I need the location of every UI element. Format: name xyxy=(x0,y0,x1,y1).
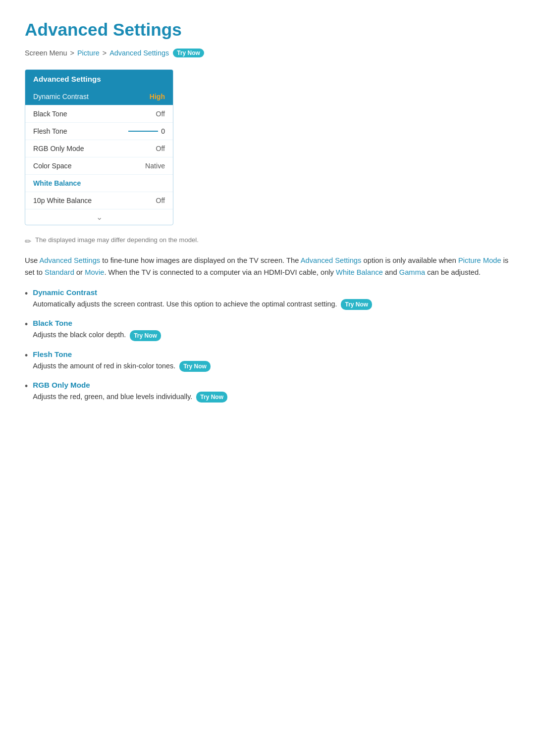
breadcrumb-screen-menu: Screen Menu xyxy=(25,49,67,57)
menu-value-black-tone: Off xyxy=(156,110,165,118)
desc-link-advanced-settings-1[interactable]: Advanced Settings xyxy=(39,256,100,264)
menu-value-dynamic-contrast: High xyxy=(150,93,165,101)
desc-link-picture-mode[interactable]: Picture Mode xyxy=(458,256,501,264)
menu-label-color-space: Color Space xyxy=(33,162,71,170)
desc-link-white-balance[interactable]: White Balance xyxy=(336,268,383,276)
bullet-desc-rgb-only-mode: Adjusts the red, green, and blue levels … xyxy=(33,393,227,401)
menu-value-10p-white-balance: Off xyxy=(156,197,165,204)
slider-line xyxy=(128,131,158,132)
list-item-rgb-only-mode: • RGB Only Mode Adjusts the red, green, … xyxy=(25,381,510,403)
bullet-content-flesh-tone: Flesh Tone Adjusts the amount of red in … xyxy=(33,350,211,372)
menu-row-rgb-only-mode[interactable]: RGB Only Mode Off xyxy=(25,140,173,157)
bullet-dot-2: • xyxy=(25,319,28,330)
menu-row-10p-white-balance[interactable]: 10p White Balance Off xyxy=(25,192,173,209)
try-now-badge-dynamic-contrast[interactable]: Try Now xyxy=(341,299,372,310)
menu-label-black-tone: Black Tone xyxy=(33,110,67,118)
bullet-content-dynamic-contrast: Dynamic Contrast Automatically adjusts t… xyxy=(33,288,372,310)
list-item-flesh-tone: • Flesh Tone Adjusts the amount of red i… xyxy=(25,350,510,372)
bullet-title-rgb-only-mode[interactable]: RGB Only Mode xyxy=(33,381,227,389)
desc-link-standard[interactable]: Standard xyxy=(45,268,74,276)
bullet-dot-4: • xyxy=(25,381,28,392)
advanced-settings-menu: Advanced Settings Dynamic Contrast High … xyxy=(25,69,173,225)
menu-chevron-down[interactable]: ⌄ xyxy=(25,209,173,225)
try-now-badge-black-tone[interactable]: Try Now xyxy=(130,330,161,341)
menu-row-color-space[interactable]: Color Space Native xyxy=(25,157,173,175)
menu-row-dynamic-contrast[interactable]: Dynamic Contrast High xyxy=(25,88,173,105)
bullet-dot-1: • xyxy=(25,289,28,299)
menu-row-flesh-tone[interactable]: Flesh Tone 0 xyxy=(25,123,173,140)
breadcrumb-sep-1: > xyxy=(70,49,74,57)
bullet-content-black-tone: Black Tone Adjusts the black color depth… xyxy=(33,319,161,341)
menu-header: Advanced Settings xyxy=(25,70,173,88)
main-description: Use Advanced Settings to fine-tune how i… xyxy=(25,255,510,278)
bullet-title-flesh-tone[interactable]: Flesh Tone xyxy=(33,350,211,358)
bullet-desc-flesh-tone: Adjusts the amount of red in skin-color … xyxy=(33,362,211,370)
desc-link-gamma[interactable]: Gamma xyxy=(399,268,425,276)
breadcrumb-sep-2: > xyxy=(103,49,107,57)
desc-link-movie[interactable]: Movie xyxy=(85,268,104,276)
try-now-badge-flesh-tone[interactable]: Try Now xyxy=(179,361,211,372)
page-title: Advanced Settings xyxy=(25,20,510,40)
menu-label-dynamic-contrast: Dynamic Contrast xyxy=(33,93,89,101)
menu-label-10p-white-balance: 10p White Balance xyxy=(33,197,92,204)
breadcrumb-advanced-settings[interactable]: Advanced Settings xyxy=(109,49,169,57)
list-item-dynamic-contrast: • Dynamic Contrast Automatically adjusts… xyxy=(25,288,510,310)
flesh-tone-value: 0 xyxy=(161,127,165,135)
note-row: ✏ The displayed image may differ dependi… xyxy=(25,236,510,246)
pencil-icon: ✏ xyxy=(25,237,31,246)
try-now-badge-rgb-only-mode[interactable]: Try Now xyxy=(196,392,227,403)
menu-row-black-tone[interactable]: Black Tone Off xyxy=(25,105,173,123)
bullet-dot-3: • xyxy=(25,351,28,361)
flesh-tone-slider: 0 xyxy=(128,127,165,135)
menu-label-rgb-only-mode: RGB Only Mode xyxy=(33,145,84,152)
bullet-desc-dynamic-contrast: Automatically adjusts the screen contras… xyxy=(33,300,372,308)
bullet-title-black-tone[interactable]: Black Tone xyxy=(33,319,161,327)
breadcrumb-try-now-badge[interactable]: Try Now xyxy=(173,49,204,57)
menu-value-color-space: Native xyxy=(145,162,165,170)
desc-link-advanced-settings-2[interactable]: Advanced Settings xyxy=(301,256,362,264)
breadcrumb-picture[interactable]: Picture xyxy=(77,49,100,57)
list-item-black-tone: • Black Tone Adjusts the black color dep… xyxy=(25,319,510,341)
bullet-desc-black-tone: Adjusts the black color depth. Try Now xyxy=(33,331,161,339)
bullet-content-rgb-only-mode: RGB Only Mode Adjusts the red, green, an… xyxy=(33,381,227,403)
bullet-title-dynamic-contrast[interactable]: Dynamic Contrast xyxy=(33,288,372,297)
menu-value-rgb-only-mode: Off xyxy=(156,145,165,152)
note-text: The displayed image may differ depending… xyxy=(35,236,199,244)
menu-row-white-balance[interactable]: White Balance xyxy=(25,175,173,192)
breadcrumb: Screen Menu > Picture > Advanced Setting… xyxy=(25,49,510,57)
menu-label-white-balance: White Balance xyxy=(33,179,81,187)
menu-label-flesh-tone: Flesh Tone xyxy=(33,127,67,135)
feature-list: • Dynamic Contrast Automatically adjusts… xyxy=(25,288,510,403)
